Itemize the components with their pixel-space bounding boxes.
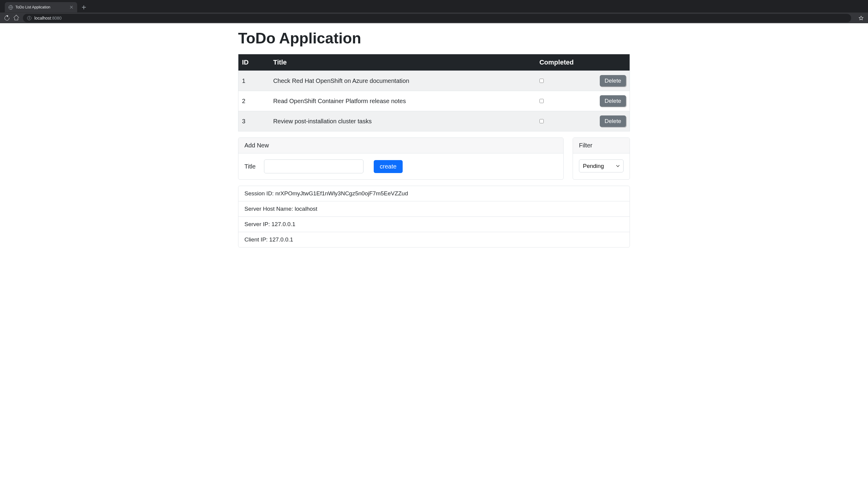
cell-title: Read OpenShift Container Platform releas… bbox=[270, 91, 536, 111]
info-session: Session ID: nrXPOmyJtwG1Ef1nWly3NCgz5n0o… bbox=[238, 186, 630, 201]
close-icon[interactable] bbox=[69, 5, 73, 9]
address-host: localhost bbox=[34, 16, 51, 20]
th-title: Title bbox=[270, 54, 536, 71]
reload-icon[interactable] bbox=[4, 15, 10, 21]
title-input[interactable] bbox=[264, 159, 363, 173]
table-row: 2 Read OpenShift Container Platform rele… bbox=[238, 91, 630, 111]
globe-icon bbox=[8, 5, 13, 10]
filter-card: Filter Pending bbox=[573, 137, 630, 180]
add-new-header: Add New bbox=[238, 138, 563, 153]
cell-id: 3 bbox=[238, 111, 270, 132]
completed-checkbox[interactable] bbox=[539, 79, 544, 83]
completed-checkbox[interactable] bbox=[539, 119, 544, 123]
filter-header: Filter bbox=[573, 138, 630, 153]
tab-title: ToDo List Application bbox=[15, 5, 67, 9]
server-info-list: Session ID: nrXPOmyJtwG1Ef1nWly3NCgz5n0o… bbox=[238, 186, 630, 248]
site-info-icon[interactable]: i bbox=[27, 16, 31, 20]
create-button[interactable]: create bbox=[374, 160, 403, 173]
address-bar[interactable]: i localhost:8080 bbox=[23, 14, 851, 22]
browser-toolbar: i localhost:8080 bbox=[0, 12, 868, 23]
info-server-ip: Server IP: 127.0.0.1 bbox=[238, 217, 630, 232]
todo-table: ID Title Completed 1 Check Red Hat OpenS… bbox=[238, 54, 630, 132]
table-row: 3 Review post-installation cluster tasks… bbox=[238, 111, 630, 132]
page-title: ToDo Application bbox=[238, 29, 630, 47]
page-content: ToDo Application ID Title Completed 1 Ch… bbox=[238, 23, 630, 259]
address-port: :8080 bbox=[51, 16, 62, 20]
tab-strip: ToDo List Application bbox=[0, 0, 868, 12]
th-completed: Completed bbox=[536, 54, 583, 71]
browser-chrome: ToDo List Application i localhost:8080 bbox=[0, 0, 868, 23]
title-label: Title bbox=[244, 163, 256, 170]
cell-id: 2 bbox=[238, 91, 270, 111]
delete-button[interactable]: Delete bbox=[600, 75, 626, 86]
bookmark-star-icon[interactable] bbox=[858, 15, 864, 21]
table-row: 1 Check Red Hat OpenShift on Azure docum… bbox=[238, 71, 630, 91]
cell-title: Review post-installation cluster tasks bbox=[270, 111, 536, 132]
new-tab-button[interactable] bbox=[80, 3, 88, 12]
info-client-ip: Client IP: 127.0.0.1 bbox=[238, 232, 630, 247]
cell-title: Check Red Hat OpenShift on Azure documen… bbox=[270, 71, 536, 91]
cell-id: 1 bbox=[238, 71, 270, 91]
delete-button[interactable]: Delete bbox=[600, 95, 626, 107]
filter-select[interactable]: Pending bbox=[579, 159, 624, 172]
th-actions bbox=[583, 54, 630, 71]
browser-tab[interactable]: ToDo List Application bbox=[5, 2, 77, 12]
delete-button[interactable]: Delete bbox=[600, 116, 626, 127]
add-new-card: Add New Title create bbox=[238, 137, 563, 180]
info-host: Server Host Name: localhost bbox=[238, 201, 630, 217]
th-id: ID bbox=[238, 54, 270, 71]
completed-checkbox[interactable] bbox=[539, 99, 544, 103]
home-icon[interactable] bbox=[14, 16, 19, 20]
